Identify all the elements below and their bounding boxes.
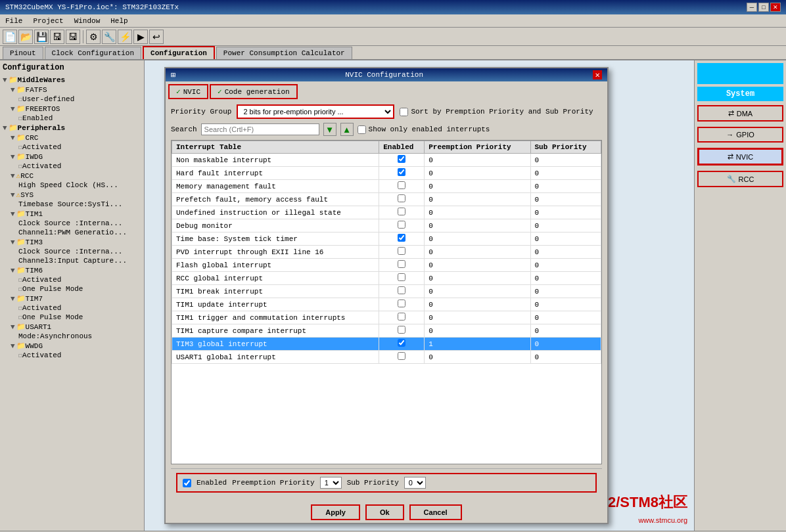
cancel-button[interactable]: Cancel (409, 504, 462, 520)
sub-priority-select[interactable]: 0 1 2 3 (404, 477, 426, 489)
interrupt-enabled-cell[interactable] (379, 259, 425, 272)
interrupt-enabled-cell[interactable] (379, 324, 425, 338)
sort-checkbox[interactable] (400, 108, 408, 116)
sidebar-item-tim1[interactable]: ▼📁TIM1 (3, 209, 141, 219)
show-enabled-checkbox[interactable] (358, 125, 366, 134)
interrupt-enabled-checkbox[interactable] (398, 208, 405, 215)
interrupt-enabled-checkbox[interactable] (398, 339, 405, 347)
tool-back[interactable]: ↩ (149, 30, 164, 44)
table-row[interactable]: Non maskable interrupt00 (172, 154, 601, 167)
tab-power[interactable]: Power Consumption Calculator (216, 47, 352, 59)
tool-save2[interactable]: 🖫 (50, 30, 64, 44)
dialog-close-button[interactable]: ✕ (593, 70, 602, 79)
tool-save3[interactable]: 🖫 (66, 30, 80, 44)
tool-new[interactable]: 📄 (3, 30, 17, 44)
rs-nvic-button[interactable]: ⇄ NVIC (697, 148, 783, 166)
table-row[interactable]: Prefetch fault, memory access fault00 (172, 193, 601, 206)
tab-pinout[interactable]: Pinout (3, 47, 43, 59)
table-row[interactable]: TIM1 capture compare interrupt00 (172, 324, 601, 338)
interrupt-enabled-cell[interactable] (379, 351, 425, 364)
minimize-button[interactable]: ─ (747, 3, 757, 12)
table-row[interactable]: RCC global interrupt00 (172, 272, 601, 285)
priority-group-select[interactable]: 2 bits for pre-emption priority ... (237, 104, 394, 119)
interrupt-enabled-checkbox[interactable] (398, 326, 405, 334)
table-row[interactable]: TIM1 update interrupt00 (172, 298, 601, 311)
interrupt-enabled-cell[interactable] (379, 246, 425, 259)
interrupt-enabled-cell[interactable] (379, 233, 425, 246)
table-row[interactable]: Flash global interrupt00 (172, 259, 601, 272)
table-row[interactable]: PVD interrupt through EXII line 1600 (172, 246, 601, 259)
tab-clock[interactable]: Clock Configuration (45, 47, 141, 59)
sidebar-item-middlewares[interactable]: ▼📁MiddleWares (3, 75, 141, 85)
sidebar-item-tim1-clock[interactable]: Clock Source :Interna... (3, 219, 141, 228)
interrupt-enabled-checkbox[interactable] (398, 299, 405, 307)
table-row[interactable]: Memory management fault00 (172, 180, 601, 193)
table-row[interactable]: USART1 global interrupt00 (172, 351, 601, 364)
sidebar-item-wwdg[interactable]: ▼📁WWDG (3, 341, 141, 351)
interrupt-enabled-checkbox[interactable] (398, 234, 405, 242)
tool-power[interactable]: ⚡ (118, 30, 132, 44)
table-row[interactable]: TIM1 trigger and commutation interrupts0… (172, 311, 601, 324)
sidebar-item-tim6-opm[interactable]: ☐One Pulse Mode (3, 284, 141, 294)
rs-rcc-button[interactable]: 🔧 RCC (697, 171, 783, 187)
sidebar-item-sys[interactable]: ▼⚠SYS (3, 190, 141, 200)
tab-configuration[interactable]: Configuration (143, 46, 215, 59)
sidebar-item-rcc[interactable]: ▼⚠RCC (3, 171, 141, 181)
sidebar-item-usart1[interactable]: ▼📁USART1 (3, 322, 141, 332)
menu-window[interactable]: Window (72, 16, 103, 26)
sidebar-item-fatfs[interactable]: ▼📁FATFS (3, 85, 141, 95)
dialog-tab-nvic[interactable]: ✓ NVIC (168, 84, 208, 99)
interrupt-enabled-cell[interactable] (379, 219, 425, 233)
interrupt-enabled-checkbox[interactable] (398, 286, 405, 294)
sidebar-item-crc-activated[interactable]: ☐Activated (3, 143, 141, 152)
sidebar-item-peripherals[interactable]: ▼📁Peripherals (3, 123, 141, 133)
tool-settings[interactable]: ⚙ (86, 30, 101, 44)
sidebar-item-freertos[interactable]: ▼📁FREERTOS (3, 104, 141, 114)
sidebar-item-tim7-opm[interactable]: ☐One Pulse Mode (3, 313, 141, 322)
interrupt-enabled-checkbox[interactable] (398, 181, 405, 189)
sidebar-item-tim6[interactable]: ▼📁TIM6 (3, 265, 141, 275)
table-row[interactable]: TIM1 break interrupt00 (172, 285, 601, 298)
interrupt-enabled-cell[interactable] (379, 285, 425, 298)
tool-run[interactable]: ▶ (133, 30, 148, 44)
interrupt-enabled-cell[interactable] (379, 167, 425, 180)
sidebar-item-tim6-activated[interactable]: ☐Activated (3, 275, 141, 284)
interrupt-enabled-checkbox[interactable] (398, 247, 405, 255)
sidebar-item-freertos-enabled[interactable]: ☐Enabled (3, 114, 141, 123)
table-row[interactable]: TIM3 global interrupt10 (172, 338, 601, 351)
sidebar-item-tim7-activated[interactable]: ☐Activated (3, 303, 141, 313)
search-input[interactable] (201, 123, 319, 135)
interrupt-enabled-cell[interactable] (379, 311, 425, 324)
dialog-tab-code-gen[interactable]: ✓ Code generation (210, 84, 298, 99)
sidebar-item-iwdg-activated[interactable]: ☐Activated (3, 162, 141, 171)
search-next-button[interactable]: ▼ (323, 123, 336, 136)
table-row[interactable]: Time base: System tick timer00 (172, 233, 601, 246)
table-row[interactable]: Undefined instruction or illegal state00 (172, 206, 601, 219)
interrupt-enabled-cell[interactable] (379, 206, 425, 219)
preemption-priority-select[interactable]: 1 0 2 3 (320, 477, 342, 489)
close-button[interactable]: ✕ (770, 3, 781, 12)
sidebar-item-user-defined[interactable]: ☐User-defined (3, 95, 141, 104)
sidebar-item-iwdg[interactable]: ▼📁IWDG (3, 152, 141, 162)
table-row[interactable]: Debug monitor00 (172, 219, 601, 233)
tool-code[interactable]: 🔧 (102, 30, 116, 44)
sidebar-item-crc[interactable]: ▼📁CRC (3, 133, 141, 143)
menu-project[interactable]: Project (30, 16, 66, 26)
interrupt-enabled-checkbox[interactable] (398, 221, 405, 229)
interrupt-enabled-checkbox[interactable] (398, 273, 405, 281)
interrupt-enabled-cell[interactable] (379, 272, 425, 285)
sidebar-item-tim3[interactable]: ▼📁TIM3 (3, 237, 141, 247)
interrupt-enabled-checkbox[interactable] (398, 313, 405, 321)
sidebar-item-tim3-ch3[interactable]: Channel3:Input Capture... (3, 256, 141, 265)
table-row[interactable]: Hard fault interrupt00 (172, 167, 601, 180)
interrupt-table-container[interactable]: Interrupt Table Enabled Preemption Prior… (171, 140, 602, 464)
sidebar-item-wwdg-activated[interactable]: ☐Activated (3, 351, 141, 360)
interrupt-enabled-cell[interactable] (379, 338, 425, 351)
apply-button[interactable]: Apply (311, 504, 360, 520)
interrupt-enabled-cell[interactable] (379, 193, 425, 206)
interrupt-enabled-cell[interactable] (379, 154, 425, 167)
sidebar-item-rcc-hsc[interactable]: High Speed Clock (HS... (3, 181, 141, 190)
ok-button[interactable]: Ok (365, 504, 404, 520)
tool-save[interactable]: 💾 (34, 30, 49, 44)
maximize-button[interactable]: □ (758, 3, 769, 12)
